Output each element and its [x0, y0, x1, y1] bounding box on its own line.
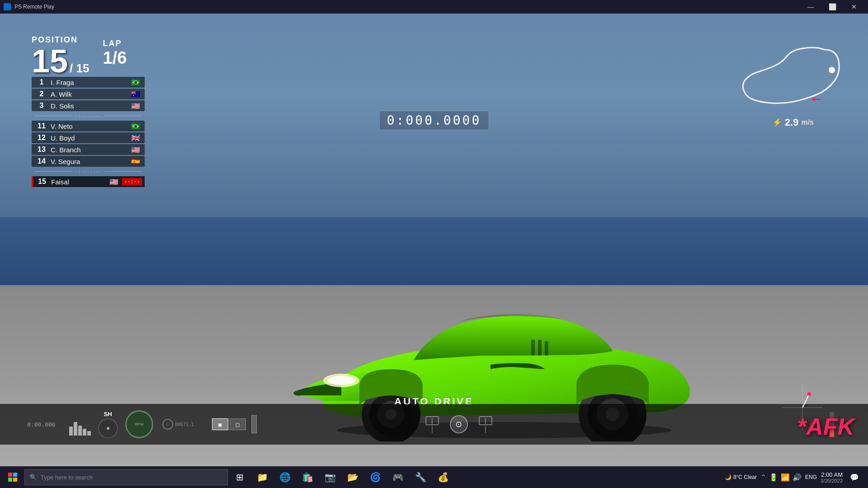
lap-number-indicator: [251, 415, 257, 433]
taskbar-browser[interactable]: 🌀: [364, 466, 386, 488]
player-time-badge: --:--: [122, 178, 142, 185]
edge-icon: 🌐: [279, 472, 291, 483]
notification-icon: 💬: [850, 473, 859, 482]
task-view-icon: ⊞: [236, 472, 244, 483]
weather-widget: 🌙 8°C Clear: [725, 474, 757, 480]
search-bar[interactable]: 🔍 Type here to search: [24, 469, 228, 485]
speed-indicator: ⚡ 2.9 m/s: [772, 117, 814, 128]
taskbar-money[interactable]: 💰: [432, 466, 454, 488]
hud-top-left: POSITION 15 / 15 LAP 1/6: [32, 35, 127, 77]
language-label: ENG: [805, 474, 817, 480]
lap-label: LAP: [103, 39, 127, 48]
speed-value: 2.9: [785, 117, 799, 128]
leaderboard: 1 I. Fraga 🇧🇷 2 A. Wilk 🇦🇺 3 D. Solis 🇺🇸…: [32, 77, 145, 188]
leaderboard-row-14: 14 V. Segura 🇪🇸: [32, 156, 145, 167]
small-circle-btn: ○: [162, 419, 173, 430]
svg-rect-13: [545, 341, 548, 356]
network-icon: 📶: [781, 473, 790, 482]
battery-icon: 🔋: [769, 473, 778, 482]
leaderboard-row-12: 12 U. Boyd 🇬🇧: [32, 132, 145, 143]
speaker-icon: 🔊: [793, 473, 802, 482]
taskbar-edge[interactable]: 🌐: [274, 466, 296, 488]
leaderboard-separator: -:---.---: [32, 112, 145, 120]
taskbar-game[interactable]: 🎮: [387, 466, 409, 488]
file-explorer-icon: 📁: [257, 472, 268, 483]
speed-ps-section: ○ 00071.1: [162, 419, 194, 430]
taskbar: 🔍 Type here to search ⊞ 📁 🌐 🛍️ 📷 📂 🌀 🎮 🔧…: [0, 466, 868, 488]
windows-icon: [8, 473, 17, 482]
speed-unit: m/s: [801, 118, 814, 127]
leaderboard-row-3: 3 D. Solis 🇺🇸: [32, 100, 145, 111]
tach-label: RPM: [135, 422, 144, 427]
tachometer: RPM: [125, 410, 153, 438]
l-button-section: |: [425, 416, 439, 433]
chevron-icon[interactable]: ⌃: [760, 473, 766, 482]
window-title: PS Remote Play: [14, 4, 800, 10]
ps-icon: ⊙: [455, 419, 462, 429]
leaderboard-row-1: 1 I. Fraga 🇧🇷: [32, 77, 145, 88]
close-button[interactable]: ✕: [844, 0, 864, 14]
svg-rect-11: [531, 340, 535, 356]
window-controls: — ⬜ ✕: [800, 0, 864, 14]
position-block: POSITION 15 / 15: [32, 35, 89, 77]
svg-rect-12: [538, 340, 542, 356]
taskbar-store[interactable]: 🛍️: [297, 466, 318, 488]
minimize-button[interactable]: —: [800, 0, 821, 14]
leaderboard-row-11: 11 V. Neto 🇧🇷: [32, 121, 145, 131]
sh-label: SH: [104, 411, 112, 418]
bottom-hud: 0:00.000 SH RPM ○ 0007: [0, 404, 868, 445]
speed-icon: ⚡: [772, 117, 782, 127]
gear-slot-2: □: [230, 418, 246, 430]
folder-icon: 📂: [347, 472, 359, 483]
notification-button[interactable]: 💬: [846, 466, 863, 488]
leaderboard-row-15-current: 15 Faisal 🇺🇸 --:--: [32, 176, 145, 187]
speed-reading-small: 00071.1: [175, 422, 194, 427]
search-icon: 🔍: [29, 474, 37, 481]
game-icon: 🎮: [392, 472, 404, 483]
maximize-button[interactable]: ⬜: [822, 0, 843, 14]
hud-mini-timer: 0:00.000: [27, 421, 56, 428]
security-icon: 🔧: [415, 472, 426, 483]
r-button-section: |: [479, 416, 492, 433]
start-button[interactable]: [2, 466, 24, 488]
svg-point-14: [829, 67, 835, 73]
store-icon: 🛍️: [302, 472, 313, 483]
leaderboard-row-2: 2 A. Wilk 🇦🇺: [32, 89, 145, 99]
brake-throttle-bars: [69, 413, 91, 436]
ps-button[interactable]: ⊙: [450, 415, 468, 433]
taskbar-folder[interactable]: 📂: [342, 466, 363, 488]
lap-block: LAP 1/6: [103, 35, 127, 68]
leaderboard-row-13: 13 C. Branch 🇺🇸: [32, 144, 145, 155]
afk-indicator: *AFK: [797, 413, 854, 440]
taskbar-photos[interactable]: 📷: [319, 466, 341, 488]
taskbar-file-explorer[interactable]: 📁: [251, 466, 273, 488]
position-number: 15: [32, 45, 68, 77]
controller-buttons: | ⊙ |: [425, 415, 492, 433]
taskbar-right-section: 🌙 8°C Clear ⌃ 🔋 📶 🔊 ENG 2:00 AM 3/20/202…: [725, 466, 866, 488]
position-of: / 15: [70, 61, 89, 75]
gear-slots: ▣ □: [212, 418, 246, 430]
taskbar-security[interactable]: 🔧: [410, 466, 431, 488]
clock-time: 2:00 AM: [821, 471, 843, 478]
taskbar-task-view[interactable]: ⊞: [229, 466, 250, 488]
browser-icon: 🌀: [370, 472, 381, 483]
money-icon: 💰: [438, 472, 449, 483]
clock-widget: 2:00 AM 3/20/2022: [821, 471, 843, 483]
game-area: ⚡ 2.9 m/s POSITION 15 / 15 LAP 1/6 0:000…: [0, 14, 868, 466]
moon-icon: 🌙: [725, 474, 731, 480]
svg-point-2: [328, 376, 355, 385]
titlebar: PS Remote Play — ⬜ ✕: [0, 0, 868, 14]
race-timer: 0:000.0000: [379, 111, 489, 130]
weather-text: 8°C Clear: [733, 474, 757, 480]
gear-knob: [98, 418, 118, 438]
svg-marker-16: [811, 98, 815, 101]
gear-slot-1: ▣: [212, 418, 228, 430]
track-map: [717, 36, 848, 120]
photos-icon: 📷: [325, 472, 336, 483]
svg-point-20: [807, 392, 811, 396]
system-icons: ⌃ 🔋 📶 🔊: [760, 473, 802, 482]
clock-date: 3/20/2022: [821, 478, 843, 483]
leaderboard-separator-2: -:-:-.---: [32, 168, 145, 175]
sh-gear-section: SH: [98, 411, 118, 438]
app-icon: [4, 3, 11, 10]
